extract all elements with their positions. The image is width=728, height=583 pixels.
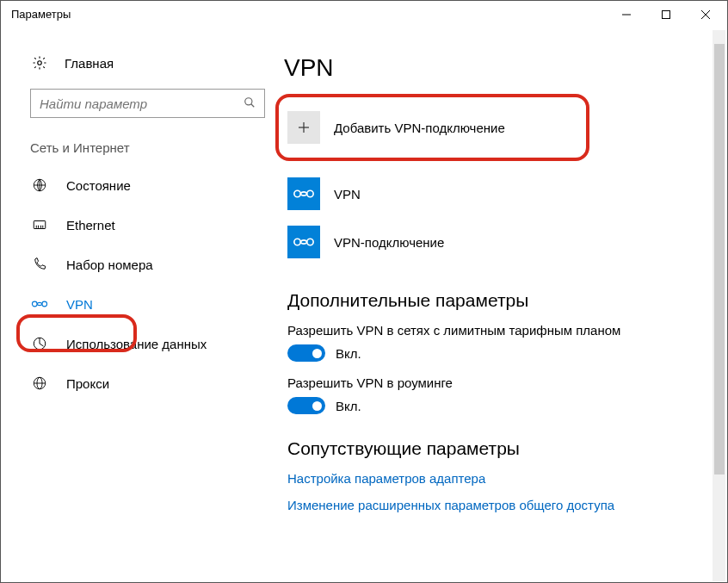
sidebar-item-dialup[interactable]: Набор номера <box>1 245 281 284</box>
toggle-state: Вкл. <box>336 399 361 413</box>
sidebar-item-vpn[interactable]: VPN <box>1 284 281 324</box>
sidebar-item-label: Ethernet <box>66 218 115 233</box>
toggle-row-metered: Разрешить VPN в сетях с лимитным тарифны… <box>287 323 727 362</box>
search-icon <box>244 96 257 111</box>
minimize-button[interactable] <box>607 1 646 28</box>
sidebar-home-label: Главная <box>65 56 114 71</box>
scrollbar[interactable] <box>712 30 725 581</box>
link-sharing-settings[interactable]: Изменение расширенных параметров общего … <box>287 498 727 512</box>
window-title: Параметры <box>11 8 607 21</box>
svg-rect-1 <box>663 10 670 18</box>
vpn-connection-label: VPN <box>334 187 361 202</box>
toggle-switch-metered[interactable] <box>287 344 325 362</box>
sidebar-item-label: Использование данных <box>66 337 207 351</box>
toggle-state: Вкл. <box>336 346 361 361</box>
add-vpn-button[interactable]: Добавить VPN-подключение <box>287 108 584 147</box>
sidebar-item-label: Прокси <box>66 376 109 391</box>
sidebar-item-data-usage[interactable]: Использование данных <box>1 324 281 363</box>
maximize-icon <box>662 10 670 19</box>
sidebar-item-ethernet[interactable]: Ethernet <box>1 205 281 245</box>
titlebar: Параметры <box>1 1 727 28</box>
add-vpn-container: Добавить VPN-подключение <box>281 99 584 156</box>
svg-rect-10 <box>34 221 46 229</box>
related-heading: Сопутствующие параметры <box>287 438 727 459</box>
link-adapter-settings[interactable]: Настройка параметров адаптера <box>287 471 727 486</box>
add-vpn-label: Добавить VPN-подключение <box>334 121 505 135</box>
phone-icon <box>30 255 49 274</box>
sidebar: Главная Сеть и Интернет Сос <box>1 28 281 582</box>
sidebar-item-label: Состояние <box>66 178 131 193</box>
sidebar-section-label: Сеть и Интернет <box>30 140 281 155</box>
gear-icon <box>30 53 49 72</box>
svg-point-5 <box>245 97 252 104</box>
svg-point-4 <box>38 61 42 65</box>
vpn-connection-item[interactable]: VPN <box>287 170 727 218</box>
svg-line-6 <box>251 103 255 107</box>
vpn-connection-item[interactable]: VPN-подключение <box>287 218 727 266</box>
sidebar-item-label: VPN <box>66 297 93 312</box>
toggle-row-roaming: Разрешить VPN в роуминге Вкл. <box>287 375 727 414</box>
close-icon <box>701 10 710 19</box>
toggle-label: Разрешить VPN в роуминге <box>287 375 727 390</box>
vpn-connection-icon <box>287 177 320 210</box>
plus-icon <box>287 111 320 144</box>
content-area: Главная Сеть и Интернет Сос <box>1 28 727 582</box>
sidebar-item-label: Набор номера <box>66 257 153 272</box>
svg-point-16 <box>42 301 47 307</box>
data-usage-icon <box>30 334 49 353</box>
page-title: VPN <box>284 54 727 82</box>
scroll-thumb[interactable] <box>714 44 725 474</box>
main-pane: VPN Добавить VPN-подключение VP <box>281 28 727 582</box>
toggle-label: Разрешить VPN в сетях с лимитным тарифны… <box>287 323 727 338</box>
globe-icon <box>30 374 49 393</box>
settings-window: Параметры Главная <box>0 0 728 583</box>
svg-point-15 <box>32 301 37 307</box>
globe-grid-icon <box>30 176 49 195</box>
search-input[interactable] <box>30 89 265 118</box>
advanced-heading: Дополнительные параметры <box>287 290 727 311</box>
sidebar-item-proxy[interactable]: Прокси <box>1 363 281 403</box>
svg-point-24 <box>307 190 313 196</box>
maximize-button[interactable] <box>646 1 686 28</box>
vpn-connection-icon <box>287 226 320 258</box>
svg-point-25 <box>294 239 300 245</box>
search-field[interactable] <box>40 96 244 111</box>
sidebar-item-status[interactable]: Состояние <box>1 165 281 205</box>
close-button[interactable] <box>686 1 725 28</box>
svg-point-23 <box>294 190 300 196</box>
svg-point-26 <box>307 239 313 245</box>
sidebar-item-home[interactable]: Главная <box>1 46 281 80</box>
toggle-switch-roaming[interactable] <box>287 397 325 414</box>
vpn-connection-label: VPN-подключение <box>334 235 444 250</box>
minimize-icon <box>622 10 631 19</box>
ethernet-icon <box>30 215 49 234</box>
vpn-icon <box>30 295 49 313</box>
